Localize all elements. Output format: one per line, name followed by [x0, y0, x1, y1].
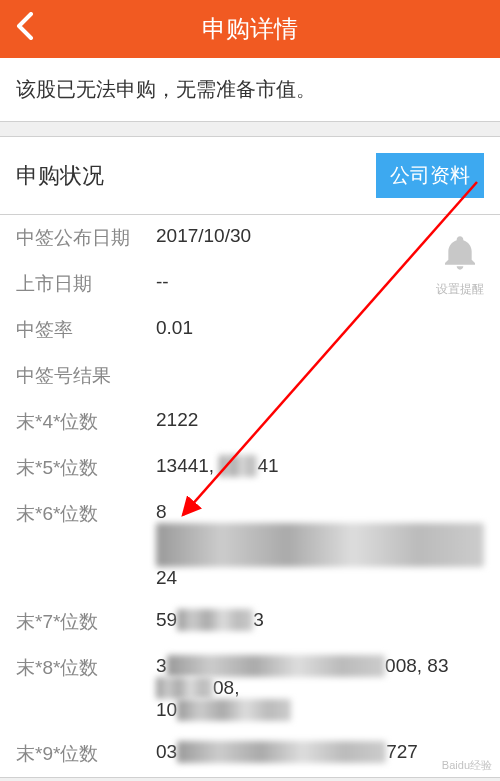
masked-text: xxxxxxxxxxxxxxxxxxxxxx: [177, 741, 386, 763]
value-announce-date: 2017/10/30: [156, 225, 251, 247]
value-hit-rate: 0.01: [156, 317, 193, 339]
value-last7: 59xxxxxxxx3: [156, 609, 264, 631]
value-last4: 2122: [156, 409, 198, 431]
label-result: 中签号结果: [16, 363, 156, 389]
watermark: Baidu经验: [442, 758, 492, 773]
row-last4: 末*4*位数 2122: [0, 399, 500, 445]
set-reminder-button[interactable]: 设置提醒: [436, 233, 484, 298]
subscription-title: 申购状况: [16, 161, 104, 191]
masked-text: xxxxxxxxxxxxxxxxxxxxxxx: [167, 655, 386, 677]
page-title: 申购详情: [0, 13, 500, 45]
value-last9: 03xxxxxxxxxxxxxxxxxxxxxx727: [156, 741, 418, 763]
masked-text: xxxxxxxx: [177, 609, 253, 631]
row-last6: 末*6*位数 8xxxxxxxxxxx, xxxxxxxxxxxxxxxxxxx…: [0, 491, 500, 599]
bell-icon: [436, 233, 484, 279]
masked-text: xxxxxxxxxxx, xxxxxxxxxxxxxxxxxxxxxxxxxx: [156, 523, 484, 567]
row-announce-date: 中签公布日期 2017/10/30: [0, 215, 500, 261]
value-last5: 13441, xxxx41: [156, 455, 279, 477]
subscription-header: 申购状况 公司资料: [0, 136, 500, 215]
label-last6: 末*6*位数: [16, 501, 156, 527]
masked-text: xxxxxxxxxxxx: [177, 699, 291, 721]
value-last6: 8xxxxxxxxxxx, xxxxxxxxxxxxxxxxxxxxxxxxxx…: [156, 501, 484, 589]
row-listing-date: 上市日期 --: [0, 261, 500, 307]
back-button[interactable]: [16, 12, 34, 47]
label-last8: 末*8*位数: [16, 655, 156, 681]
row-last8: 末*8*位数 3xxxxxxxxxxxxxxxxxxxxxxx008, 83xx…: [0, 645, 500, 731]
notice-bar: 该股已无法申购，无需准备市值。: [0, 58, 500, 122]
label-last4: 末*4*位数: [16, 409, 156, 435]
label-last7: 末*7*位数: [16, 609, 156, 635]
value-listing-date: --: [156, 271, 169, 293]
reminder-label: 设置提醒: [436, 281, 484, 298]
label-listing-date: 上市日期: [16, 271, 156, 297]
app-header: 申购详情: [0, 0, 500, 58]
subscription-data: 设置提醒 中签公布日期 2017/10/30 上市日期 -- 中签率 0.01 …: [0, 215, 500, 778]
row-last5: 末*5*位数 13441, xxxx41: [0, 445, 500, 491]
row-last7: 末*7*位数 59xxxxxxxx3: [0, 599, 500, 645]
label-last9: 末*9*位数: [16, 741, 156, 767]
value-last8: 3xxxxxxxxxxxxxxxxxxxxxxx008, 83xxxxxx08,…: [156, 655, 484, 721]
row-last9: 末*9*位数 03xxxxxxxxxxxxxxxxxxxxxx727: [0, 731, 500, 777]
label-hit-rate: 中签率: [16, 317, 156, 343]
label-announce-date: 中签公布日期: [16, 225, 156, 251]
chevron-left-icon: [16, 12, 34, 40]
company-info-button[interactable]: 公司资料: [376, 153, 484, 198]
row-hit-rate: 中签率 0.01: [0, 307, 500, 353]
masked-text: xxxxxx: [156, 677, 213, 699]
label-last5: 末*5*位数: [16, 455, 156, 481]
row-result: 中签号结果: [0, 353, 500, 399]
masked-text: xxxx: [219, 455, 257, 477]
